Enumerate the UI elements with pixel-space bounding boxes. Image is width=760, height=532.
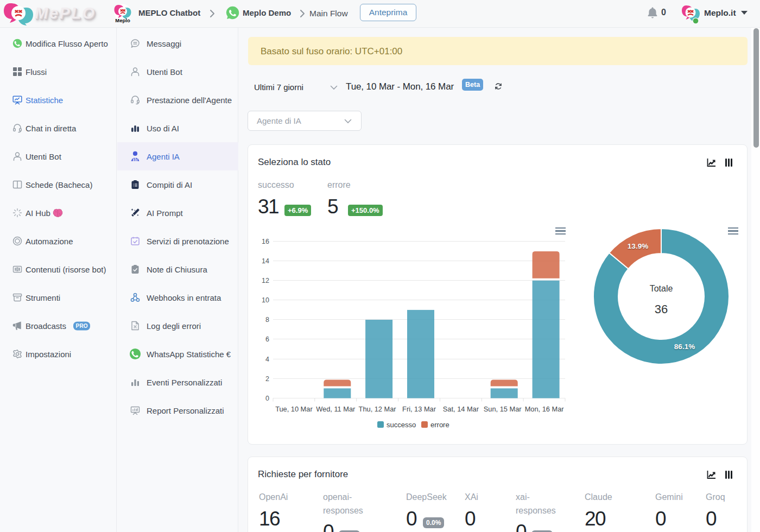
svg-text:Sun, 15 Mar: Sun, 15 Mar [484,405,522,413]
svg-text:86.1%: 86.1% [674,343,695,351]
svg-text:errore: errore [430,421,449,429]
svg-text:12: 12 [262,277,269,284]
svg-text:Meplo: Meplo [115,17,130,23]
svg-text:4: 4 [265,356,269,363]
svg-text:36: 36 [655,302,668,316]
svg-text:Tue, 10 Mar: Tue, 10 Mar [275,405,313,413]
svg-text:0: 0 [265,395,269,402]
svg-text:6: 6 [265,335,269,343]
svg-text:Wed, 11 Mar: Wed, 11 Mar [316,405,356,413]
svg-text:Thu, 12 Mar: Thu, 12 Mar [359,405,397,413]
svg-text:14: 14 [262,257,269,265]
svg-text:13.9%: 13.9% [628,242,648,250]
svg-text:Mon, 16 Mar: Mon, 16 Mar [525,405,565,413]
svg-text:Sat, 14 Mar: Sat, 14 Mar [443,405,479,413]
svg-text:successo: successo [387,421,416,429]
svg-text:8: 8 [265,316,269,324]
svg-text:10: 10 [262,296,269,304]
svg-text:16: 16 [262,238,269,245]
svg-text:2: 2 [265,375,269,383]
svg-text:Totale: Totale [650,284,673,293]
svg-text:Fri, 13 Mar: Fri, 13 Mar [402,405,436,413]
